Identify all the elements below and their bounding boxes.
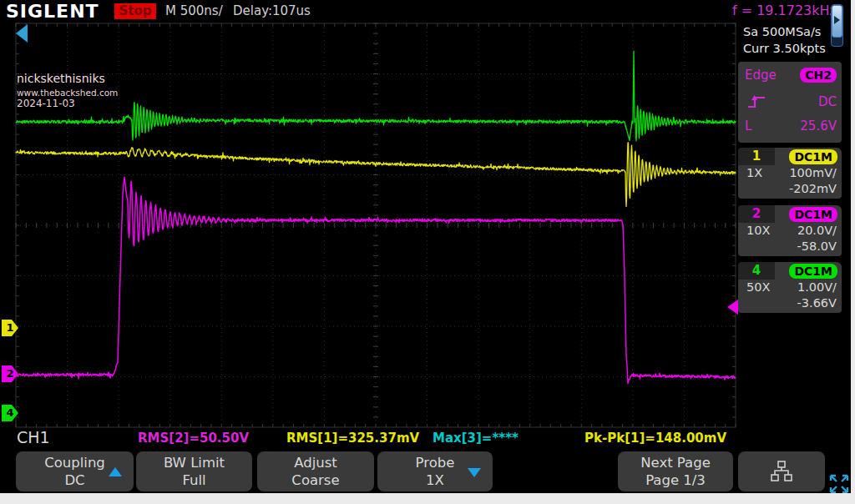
channel-1-scale: 100mV/ — [789, 166, 837, 179]
channel-2-coupling-badge: DC1M — [789, 207, 837, 222]
channel-1-offset: -202mV — [789, 182, 837, 195]
channel-2-probe: 10X — [746, 224, 770, 237]
measurement-pkpk1: Pk-Pk[1]=148.00mV — [584, 431, 726, 446]
measurement-max3: Max[3]=**** — [433, 431, 519, 446]
channel-2-scale: 20.0V/ — [797, 224, 837, 237]
adjust-button-value: Coarse — [291, 471, 339, 489]
probe-button-value: 1X — [426, 471, 444, 489]
coupling-button-value: DC — [64, 471, 84, 489]
up-arrow-icon — [109, 467, 122, 476]
frequency-counter: f = 19.1723kHz — [732, 3, 837, 18]
trigger-source-badge: CH2 — [800, 68, 837, 83]
measurement-rms1: RMS[1]=325.37mV — [286, 431, 419, 446]
trigger-coupling: DC — [818, 94, 837, 109]
channel-4-scale: 1.00V/ — [797, 280, 837, 294]
channel-4-probe: 50X — [746, 280, 770, 294]
window-frame-right — [851, 0, 855, 504]
expand-fullscreen-icon[interactable] — [827, 472, 851, 496]
scrollbar-arrow-icon — [834, 16, 840, 24]
channel-4-number: 4 — [738, 262, 775, 280]
channel-1-probe: 1X — [746, 166, 762, 179]
channel-1-number: 1 — [738, 148, 775, 165]
delay-readout: Delay:107us — [233, 3, 311, 18]
next-page-button[interactable]: Next Page Page 1/3 — [618, 451, 733, 491]
channel-1-coupling-badge: DC1M — [789, 149, 837, 164]
status-icon-box — [738, 451, 825, 491]
coupling-button-title: Coupling — [44, 454, 105, 471]
down-arrow-icon — [468, 468, 481, 477]
memory-depth: Curr 3.50kpts — [743, 42, 826, 55]
active-channel-label: CH1 — [17, 428, 50, 446]
trigger-mode: Edge — [745, 68, 777, 83]
channel-2-number: 2 — [738, 205, 775, 223]
channel-2-box[interactable]: 2 DC1M 10X 20.0V/ -58.0V — [738, 205, 842, 256]
channel-1-box[interactable]: 1 DC1M 1X 100mV/ -202mV — [738, 148, 842, 199]
channel-4-coupling-badge: DC1M — [789, 264, 837, 279]
sample-rate: Sa 500MSa/s — [743, 25, 821, 38]
bw-limit-button-value: Full — [182, 471, 205, 489]
probe-button-title: Probe — [416, 454, 455, 471]
coupling-button[interactable]: Coupling DC — [16, 451, 134, 491]
probe-button[interactable]: Probe 1X — [377, 451, 493, 491]
trigger-level-label: L — [745, 118, 751, 134]
channel-2-offset: -58.0V — [797, 239, 837, 253]
next-page-button-title: Next Page — [640, 454, 711, 471]
channel-4-box[interactable]: 4 DC1M 50X 1.00V/ -3.66V — [738, 262, 842, 313]
sidebar-scrollbar-thumb[interactable] — [832, 5, 842, 38]
adjust-button[interactable]: Adjust Coarse — [257, 451, 374, 491]
lan-network-icon — [768, 458, 795, 485]
bw-limit-button-title: BW Limit — [164, 454, 225, 471]
brand-logo: SIGLENT — [6, 1, 99, 22]
run-state-badge[interactable]: Stop — [114, 3, 156, 19]
measurement-rms2: RMS[2]=50.50V — [138, 431, 249, 446]
oscilloscope-screen: nickskethisniks www.thebackshed.com 2024… — [0, 0, 855, 504]
timebase-readout: M 500ns/ — [165, 3, 223, 18]
channel-4-offset: -3.66V — [797, 296, 837, 310]
trigger-level-value: 25.6V — [800, 118, 837, 134]
window-frame-bottom — [0, 493, 855, 504]
bw-limit-button[interactable]: BW Limit Full — [136, 451, 252, 491]
rising-edge-icon — [745, 93, 768, 111]
next-page-button-value: Page 1/3 — [645, 471, 706, 489]
waveform-plot — [0, 0, 855, 504]
trigger-panel[interactable]: Edge CH2 DC L 25.6V — [738, 62, 842, 143]
adjust-button-title: Adjust — [294, 454, 337, 471]
